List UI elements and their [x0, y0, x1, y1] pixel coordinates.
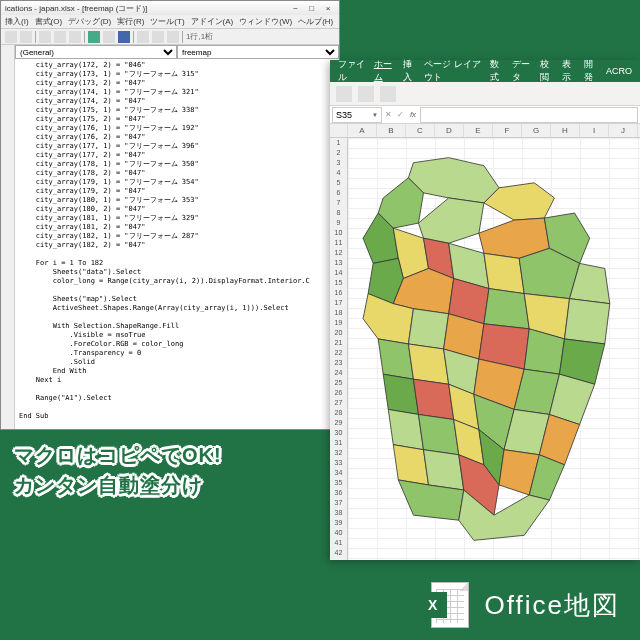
code-editor[interactable]: city_array(172, 2) = "046" city_array(17…	[15, 59, 339, 429]
row-header[interactable]: 27	[330, 398, 347, 408]
col-header[interactable]: I	[580, 124, 609, 137]
row-header[interactable]: 23	[330, 358, 347, 368]
row-header[interactable]: 16	[330, 288, 347, 298]
row-header[interactable]: 28	[330, 408, 347, 418]
col-header[interactable]: H	[551, 124, 580, 137]
tb-icon[interactable]	[69, 31, 81, 43]
cell-grid[interactable]	[348, 138, 640, 560]
maximize-button[interactable]: □	[305, 4, 319, 13]
tab-acrobat[interactable]: ACRO	[606, 66, 632, 76]
row-header[interactable]: 26	[330, 388, 347, 398]
row-header[interactable]: 11	[330, 238, 347, 248]
col-header[interactable]: E	[464, 124, 493, 137]
copy-icon[interactable]	[380, 86, 396, 102]
row-header[interactable]: 13	[330, 258, 347, 268]
menu-window[interactable]: ウィンドウ(W)	[239, 16, 292, 27]
paste-icon[interactable]	[336, 86, 352, 102]
row-header[interactable]: 41	[330, 538, 347, 548]
row-header[interactable]: 36	[330, 488, 347, 498]
row-header[interactable]: 35	[330, 478, 347, 488]
menu-addins[interactable]: アドイン(A)	[191, 16, 234, 27]
cut-icon[interactable]	[358, 86, 374, 102]
tab-insert[interactable]: 挿入	[403, 58, 417, 84]
col-header[interactable]: J	[609, 124, 638, 137]
row-header[interactable]: 6	[330, 188, 347, 198]
menu-insert[interactable]: 挿入(I)	[5, 16, 29, 27]
row-header[interactable]: 5	[330, 178, 347, 188]
col-header[interactable]: C	[406, 124, 435, 137]
tb-icon[interactable]	[152, 31, 164, 43]
row-header[interactable]: 7	[330, 198, 347, 208]
row-header[interactable]: 2	[330, 148, 347, 158]
row-header[interactable]: 21	[330, 338, 347, 348]
col-header[interactable]: B	[377, 124, 406, 137]
formula-bar[interactable]	[420, 107, 638, 123]
row-header[interactable]: 9	[330, 218, 347, 228]
tab-file[interactable]: ファイル	[338, 58, 366, 84]
menu-format[interactable]: 書式(O)	[35, 16, 63, 27]
menu-tools[interactable]: ツール(T)	[150, 16, 184, 27]
menu-debug[interactable]: デバッグ(D)	[68, 16, 111, 27]
vbe-toolbar: 1行,1桁	[1, 29, 339, 45]
row-header[interactable]: 8	[330, 208, 347, 218]
fx-confirm-icon[interactable]: ✓	[394, 110, 406, 119]
row-header[interactable]: 31	[330, 438, 347, 448]
tab-home[interactable]: ホーム	[374, 58, 395, 84]
worksheet: 1234567891011121314151617181920212223242…	[330, 138, 640, 560]
col-header[interactable]: F	[493, 124, 522, 137]
row-header[interactable]: 18	[330, 308, 347, 318]
row-header[interactable]: 40	[330, 528, 347, 538]
name-box[interactable]: S35	[332, 107, 382, 123]
row-header[interactable]: 38	[330, 508, 347, 518]
row-header[interactable]: 22	[330, 348, 347, 358]
col-header[interactable]: G	[522, 124, 551, 137]
row-header[interactable]: 25	[330, 378, 347, 388]
run-icon[interactable]	[88, 31, 100, 43]
fx-cancel-icon[interactable]: ✕	[382, 110, 394, 119]
close-button[interactable]: ×	[321, 4, 335, 13]
row-header[interactable]: 19	[330, 318, 347, 328]
object-dropdown[interactable]: (General)	[15, 45, 177, 59]
stop-icon[interactable]	[118, 31, 130, 43]
tab-formulas[interactable]: 数式	[490, 58, 504, 84]
select-all-corner[interactable]	[330, 124, 348, 137]
row-header[interactable]: 4	[330, 168, 347, 178]
row-header[interactable]: 24	[330, 368, 347, 378]
tab-layout[interactable]: ページ レイアウト	[424, 58, 481, 84]
row-header[interactable]: 10	[330, 228, 347, 238]
tab-review[interactable]: 校閲	[540, 58, 554, 84]
row-header[interactable]: 32	[330, 448, 347, 458]
minimize-button[interactable]: −	[289, 4, 303, 13]
row-header[interactable]: 12	[330, 248, 347, 258]
pause-icon[interactable]	[103, 31, 115, 43]
row-header[interactable]: 37	[330, 498, 347, 508]
row-header[interactable]: 17	[330, 298, 347, 308]
row-header[interactable]: 14	[330, 268, 347, 278]
row-header[interactable]: 42	[330, 548, 347, 558]
row-header[interactable]: 29	[330, 418, 347, 428]
procedure-dropdown[interactable]: freemap	[177, 45, 339, 59]
row-header[interactable]: 33	[330, 458, 347, 468]
tab-view[interactable]: 表示	[562, 58, 576, 84]
tb-icon[interactable]	[167, 31, 179, 43]
col-header[interactable]: A	[348, 124, 377, 137]
menu-help[interactable]: ヘルプ(H)	[298, 16, 333, 27]
menu-run[interactable]: 実行(R)	[117, 16, 144, 27]
row-headers: 1234567891011121314151617181920212223242…	[330, 138, 348, 560]
tb-icon[interactable]	[137, 31, 149, 43]
tb-icon[interactable]	[5, 31, 17, 43]
row-header[interactable]: 30	[330, 428, 347, 438]
row-header[interactable]: 15	[330, 278, 347, 288]
fx-icon[interactable]: fx	[406, 110, 420, 119]
col-header[interactable]: D	[435, 124, 464, 137]
row-header[interactable]: 39	[330, 518, 347, 528]
tab-data[interactable]: データ	[512, 58, 533, 84]
row-header[interactable]: 1	[330, 138, 347, 148]
tb-icon[interactable]	[20, 31, 32, 43]
tab-developer[interactable]: 開発	[584, 58, 598, 84]
tb-icon[interactable]	[39, 31, 51, 43]
tb-icon[interactable]	[54, 31, 66, 43]
row-header[interactable]: 34	[330, 468, 347, 478]
row-header[interactable]: 20	[330, 328, 347, 338]
row-header[interactable]: 3	[330, 158, 347, 168]
